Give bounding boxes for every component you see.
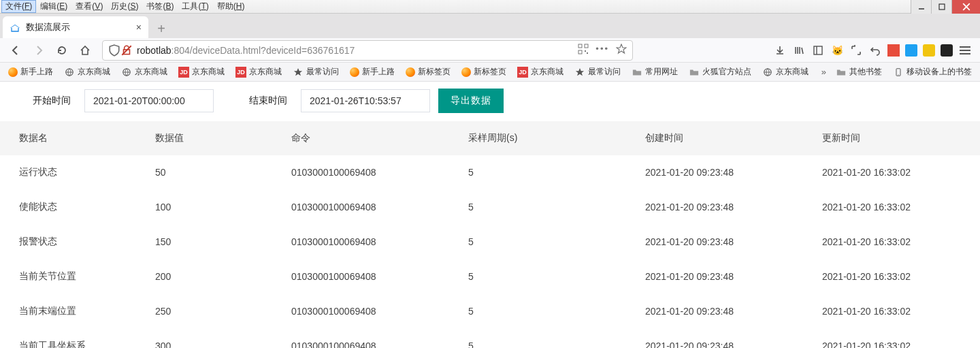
bookmark-item[interactable]: 新标签页 <box>457 65 510 79</box>
end-time-label: 结束时间 <box>244 95 293 107</box>
cell-updated: 2021-01-20 16:33:02 <box>803 155 980 190</box>
bookmark-item[interactable]: 新手上路 <box>4 65 57 79</box>
bookmark-jd-icon: JD <box>517 67 528 78</box>
cell-value: 250 <box>136 294 272 329</box>
svg-rect-6 <box>578 44 582 48</box>
th-name: 数据名 <box>0 121 136 155</box>
window-maximize[interactable] <box>931 0 951 14</box>
bookmark-item[interactable]: 其他书签 <box>832 65 886 79</box>
bookmark-star-icon <box>574 67 585 78</box>
bookmark-label: 其他书签 <box>849 66 882 78</box>
bookmark-ff-icon <box>350 67 359 77</box>
forward-button[interactable] <box>29 40 49 61</box>
th-cmd: 命令 <box>272 121 449 155</box>
bookmark-item[interactable]: 新标签页 <box>402 65 455 79</box>
end-time-input[interactable] <box>301 89 430 112</box>
start-time-input[interactable] <box>84 89 214 112</box>
cell-updated: 2021-01-20 16:33:02 <box>803 294 980 329</box>
svg-rect-1 <box>939 4 945 10</box>
window-close[interactable] <box>951 0 980 14</box>
table-row: 当前关节位置200010300010006940852021-01-20 09:… <box>0 259 980 294</box>
insecure-lock-icon[interactable] <box>120 44 133 57</box>
urlbar-right-icons: ••• <box>578 44 627 57</box>
cell-value: 200 <box>136 259 272 294</box>
bookmark-folder-icon <box>689 67 700 78</box>
qr-icon[interactable] <box>578 44 589 57</box>
window-minimize[interactable] <box>911 0 931 14</box>
downloads-icon[interactable] <box>773 44 787 57</box>
cell-period: 5 <box>449 225 626 259</box>
bookmark-item[interactable]: 最常访问 <box>570 65 625 79</box>
ext-icon-dark[interactable] <box>941 44 953 57</box>
menu-view[interactable]: 查看(V) <box>71 0 107 13</box>
menu-help[interactable]: 帮助(H) <box>213 0 249 13</box>
sidebar-icon[interactable] <box>811 44 825 57</box>
bookmark-item[interactable]: 京东商城 <box>60 65 114 79</box>
back-button[interactable] <box>5 40 26 61</box>
cell-period: 5 <box>449 259 626 294</box>
browser-tabstrip: 数据流展示 × + <box>0 14 980 38</box>
cell-name: 使能状态 <box>0 190 136 225</box>
cell-period: 5 <box>449 329 626 349</box>
reload-button[interactable] <box>52 40 72 61</box>
cell-created: 2021-01-20 09:23:48 <box>626 190 803 225</box>
tab-active[interactable]: 数据流展示 × <box>3 16 148 38</box>
home-button[interactable] <box>75 40 95 61</box>
bookmark-item[interactable]: 新手上路 <box>346 65 399 79</box>
menu-bookmarks[interactable]: 书签(B) <box>142 0 178 13</box>
window-controls <box>911 0 980 14</box>
bookmark-label: 新手上路 <box>20 66 53 78</box>
bookmark-globe-icon <box>64 67 75 78</box>
app-menu-button[interactable] <box>958 44 972 57</box>
url-bar[interactable]: robotlab:804/deviceData.html?deviceId=63… <box>102 40 633 61</box>
bookmark-globe-icon <box>121 67 132 78</box>
bookmark-label: 最常访问 <box>588 66 621 78</box>
cell-updated: 2021-01-20 16:33:02 <box>803 190 980 225</box>
bookmark-label: 京东商城 <box>78 66 110 78</box>
cell-created: 2021-01-20 09:23:48 <box>626 259 803 294</box>
start-time-label: 开始时间 <box>27 95 76 107</box>
menu-history[interactable]: 历史(S) <box>107 0 142 13</box>
bookmark-ff-icon <box>8 67 18 77</box>
new-tab-button[interactable]: + <box>151 19 172 38</box>
ext-icon-1[interactable]: 🐱 <box>830 44 844 57</box>
menu-file[interactable]: 文件(F) <box>1 0 36 13</box>
os-menubar: 文件(F) 编辑(E) 查看(V) 历史(S) 书签(B) 工具(T) 帮助(H… <box>0 0 980 14</box>
ext-icon-red[interactable] <box>887 44 900 57</box>
tracking-shield-icon[interactable] <box>108 44 120 57</box>
bookmark-item[interactable]: 最常访问 <box>289 65 343 79</box>
ext-icon-undo[interactable] <box>868 44 882 57</box>
ext-icon-blue[interactable] <box>905 44 917 57</box>
menu-edit[interactable]: 编辑(E) <box>36 0 71 13</box>
cell-value: 150 <box>136 225 272 259</box>
table-row: 当前工具坐标系300010300010006940852021-01-20 09… <box>0 329 980 349</box>
ext-icon-yellow[interactable] <box>923 44 935 57</box>
bookmark-item[interactable]: 移动设备上的书签 <box>889 65 976 79</box>
cell-updated: 2021-01-20 16:33:02 <box>803 259 980 294</box>
tab-close-icon[interactable]: × <box>136 22 142 33</box>
star-bookmark-icon[interactable] <box>616 44 627 57</box>
bookmark-item[interactable]: 京东商城 <box>117 65 172 79</box>
bookmark-item[interactable]: JD京东商城 <box>513 65 568 79</box>
data-table: 数据名 数据值 命令 采样周期(s) 创建时间 更新时间 运行状态5001030… <box>0 121 980 348</box>
tab-favicon-icon <box>10 22 20 33</box>
bookmark-ff-icon <box>461 67 471 77</box>
bookmark-item[interactable]: JD京东商城 <box>174 65 229 79</box>
cell-period: 5 <box>449 294 626 329</box>
table-row: 报警状态150010300010006940852021-01-20 09:23… <box>0 225 980 259</box>
cell-value: 300 <box>136 329 272 349</box>
cell-value: 100 <box>136 190 272 225</box>
bookmark-item[interactable]: 火狐官方站点 <box>685 65 755 79</box>
bookmarks-overflow-icon[interactable]: » <box>819 67 829 77</box>
table-row: 使能状态100010300010006940852021-01-20 09:23… <box>0 190 980 225</box>
cell-cmd: 0103000100069408 <box>272 329 449 349</box>
meatball-icon[interactable]: ••• <box>595 44 609 57</box>
library-icon[interactable] <box>792 44 806 57</box>
ext-icon-crop[interactable] <box>849 44 863 57</box>
menu-tools[interactable]: 工具(T) <box>178 0 212 13</box>
svg-point-17 <box>898 74 898 75</box>
bookmark-item[interactable]: 京东商城 <box>758 65 813 79</box>
export-button[interactable]: 导出数据 <box>438 89 504 113</box>
bookmark-item[interactable]: JD京东商城 <box>231 65 286 79</box>
bookmark-item[interactable]: 常用网址 <box>627 65 682 79</box>
